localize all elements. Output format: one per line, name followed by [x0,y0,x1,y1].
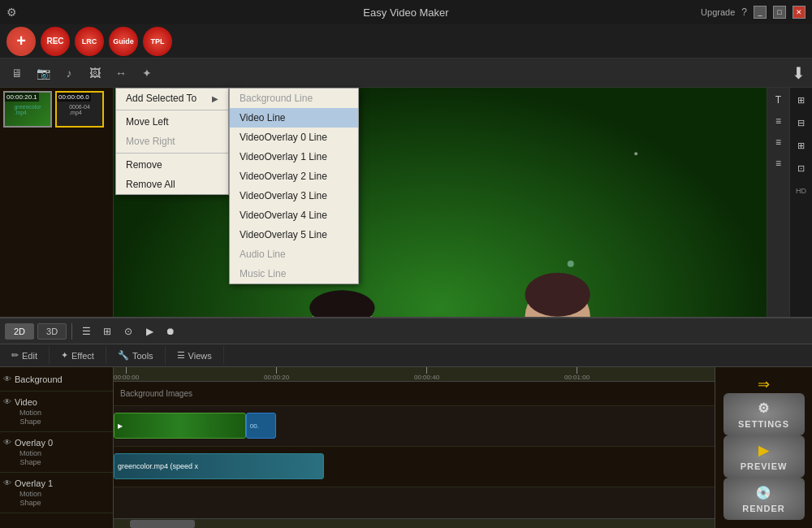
track-label-background: 👁 Background [0,367,113,392]
right-arrow-icon: ⇒ [758,375,770,393]
monitor-icon[interactable]: 🖥 [6,63,28,84]
sub-overlay-4[interactable]: VideoOverlay 4 Line [230,206,358,225]
edit-tab-views[interactable]: ☰ Views [166,346,224,365]
overlay1-sublabel: MotionShape [3,490,41,508]
add-button[interactable]: + [6,27,36,56]
camera-icon[interactable]: 📷 [32,63,54,84]
add-selected-submenu: Background Line Video Line VideoOverlay … [229,88,359,284]
scroll-thumb[interactable] [130,520,195,528]
tpl-button[interactable]: TPL [143,27,172,56]
thumbnail-2[interactable]: 00:00:06.0 0006-04.mp4 [55,91,104,128]
help-icon[interactable]: ? [741,6,747,18]
track-label-overlay0: 👁 Overlay 0 MotionShape [0,432,113,473]
render-button[interactable]: 💿 Render [723,478,805,520]
video-clip-thumbnail: ▶ [118,422,123,430]
ctx-move-right: Move Right [116,132,228,151]
views-menu-icon: ☰ [177,350,185,361]
tl-play-icon[interactable]: ▶ [140,322,158,340]
sub-audio-line: Audio Line [230,245,358,264]
grid-full-icon[interactable]: ⊞ [793,91,810,109]
music-icon[interactable]: ♪ [58,63,80,84]
sub-overlay-0[interactable]: VideoOverlay 0 Line [230,128,358,147]
star-icon[interactable]: ✦ [136,63,158,84]
timeline-content: 00:00:00 00:00:20 00:00:40 00:01:00 [114,367,715,528]
align-left-button[interactable]: ≡ [770,112,788,130]
resize-icon[interactable]: ↔ [110,63,132,84]
horizontal-scrollbar[interactable] [114,518,715,528]
track-row-video: ▶ 00. [114,406,715,447]
tl-record-icon[interactable]: ⏺ [162,322,179,340]
track-row-overlay0: greencolor.mp4 (speed x [114,447,715,487]
ctx-remove[interactable]: Remove [116,155,228,175]
svg-point-12 [525,273,590,317]
video-clip-2[interactable]: 00. [246,413,276,439]
edit-pencil-icon: ✏ [11,350,19,361]
tracks-area: Background Images ▶ 00. greencolor.mp4 (… [114,382,715,518]
edit-tab-edit[interactable]: ✏ Edit [0,346,50,365]
bottom-section: 2D 3D ☰ ⊞ ⊙ ▶ ⏺ ✏ Edit ✦ Effect 🔧 Tools … [0,317,812,528]
mode-2d-tab[interactable]: 2D [5,323,34,340]
right-buttons-panel: ⇒ ⚙ Settings ▶ Preview 💿 Render [715,367,812,528]
thumb-time-1: 00:00:20.1 [5,93,39,102]
overlay0-label-row: 👁 Overlay 0 [3,438,53,448]
upgrade-link[interactable]: Upgrade [701,7,735,17]
svg-point-2 [634,152,637,155]
settings-gear-icon: ⚙ [758,400,770,416]
hd-icon[interactable]: HD [793,182,810,200]
ctx-add-selected[interactable]: Add Selected To ▶ [116,89,228,108]
download-icon[interactable]: ⬇ [792,63,806,83]
grid-split-icon[interactable]: ⊟ [793,114,810,132]
sub-overlay-1[interactable]: VideoOverlay 1 Line [230,147,358,167]
overlay1-eye-icon[interactable]: 👁 [3,478,11,487]
image-icon[interactable]: 🖼 [84,63,106,84]
track-label-video: 👁 Video MotionShape [0,392,113,432]
overlay1-label: Overlay 1 [15,478,53,488]
background-eye-icon[interactable]: 👁 [3,374,11,383]
ruler-mark-1: 00:00:20 [264,367,289,381]
track-labels: 👁 Background 👁 Video MotionShape 👁 Overl… [0,367,114,528]
video-label: Video [15,397,37,407]
title-right: Upgrade ? _ □ ✕ [701,6,806,19]
sub-overlay-3[interactable]: VideoOverlay 3 Line [230,186,358,206]
close-button[interactable]: ✕ [793,6,806,19]
video-eye-icon[interactable]: 👁 [3,397,11,406]
guide-button[interactable]: Guide [109,27,138,56]
mode-3d-tab[interactable]: 3D [37,323,67,340]
align-right-button[interactable]: ≡ [770,154,788,172]
background-images-label: Background Images [120,389,192,398]
maximize-button[interactable]: □ [773,6,786,19]
edit-tab-tools[interactable]: 🔧 Tools [106,346,166,365]
sub-background-line: Background Line [230,89,358,108]
tl-list-icon[interactable]: ☰ [77,322,95,340]
titlebar: ⚙ Easy Video Maker Upgrade ? _ □ ✕ [0,0,812,24]
minimize-button[interactable]: _ [754,6,767,19]
ruler-mark-3: 00:01:00 [564,367,590,381]
ctx-remove-all[interactable]: Remove All [116,175,228,194]
track-row-background: Background Images [114,382,715,406]
edit-tabs: ✏ Edit ✦ Effect 🔧 Tools ☰ Views [0,344,812,367]
grid-custom-icon[interactable]: ⊡ [793,159,810,177]
video-clip-1[interactable]: ▶ [114,413,246,439]
main-toolbar: + REC LRC Guide TPL [0,24,812,58]
text-tool-button[interactable]: T [770,91,788,109]
ctx-separator-2 [116,153,228,154]
app-title: Easy Video Maker [363,6,448,19]
edit-tab-effect[interactable]: ✦ Effect [50,346,106,365]
thumbnail-1[interactable]: 00:00:20.1 greencolor.mp4 [3,91,52,128]
sub-overlay-5[interactable]: VideoOverlay 5 Line [230,225,358,245]
sub-overlay-2[interactable]: VideoOverlay 2 Line [230,167,358,186]
track-label-overlay1: 👁 Overlay 1 MotionShape [0,473,113,513]
tl-settings-icon[interactable]: ⊙ [119,322,137,340]
preview-button[interactable]: ▶ Preview [723,435,805,478]
sub-video-line[interactable]: Video Line [230,108,358,128]
overlay0-eye-icon[interactable]: 👁 [3,438,11,447]
lrc-button[interactable]: LRC [75,27,104,56]
sub-music-line: Music Line [230,264,358,283]
ctx-move-left[interactable]: Move Left [116,112,228,132]
rec-button[interactable]: REC [41,27,70,56]
settings-button[interactable]: ⚙ Settings [723,393,805,435]
tl-grid-icon[interactable]: ⊞ [98,322,116,340]
align-center-button[interactable]: ≡ [770,133,788,151]
grid-quad-icon[interactable]: ⊞ [793,136,810,154]
overlay-clip-1[interactable]: greencolor.mp4 (speed x [114,453,324,479]
